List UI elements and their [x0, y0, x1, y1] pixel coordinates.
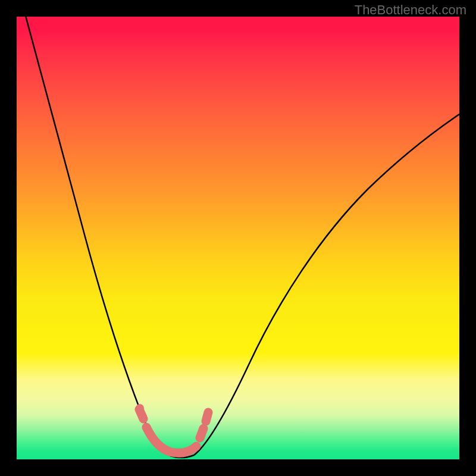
chart-container [17, 17, 459, 459]
watermark-text: TheBottleneck.com [355, 2, 466, 18]
chart-svg [17, 17, 459, 459]
main-curve-left [25, 17, 170, 456]
main-curve-right [194, 112, 459, 455]
valley-highlight [139, 409, 208, 453]
